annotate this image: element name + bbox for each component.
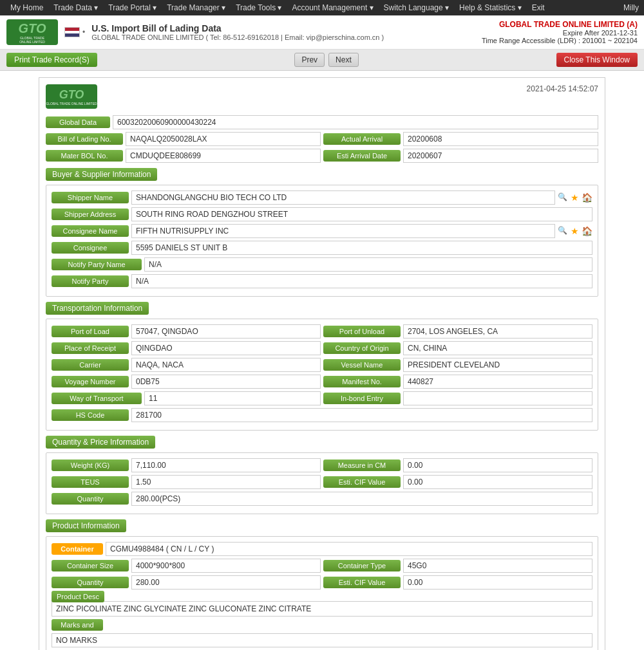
hs-code-value: 281700 (131, 408, 592, 422)
port-of-unload-value: 2704, LOS ANGELES, CA (403, 324, 592, 339)
port-row: Port of Load 57047, QINGDAO Port of Unlo… (52, 324, 592, 339)
quantity-label: Quantity (52, 493, 129, 505)
port-of-load-label: Port of Load (52, 326, 129, 337)
product-esti-cif-label: Esti. CIF Value (323, 577, 401, 588)
main-content: GTO GLOBAL TRADE ONLINE LIMITED 2021-04-… (0, 71, 644, 650)
place-of-receipt-label: Place of Receipt (52, 342, 129, 354)
consignee-name-value: FIFTH NUTRISUPPLY INC (131, 224, 555, 238)
us-flag (64, 27, 80, 37)
voyage-manifest-row: Voyage Number 0DB75 Manifest No. 440827 (52, 375, 592, 389)
way-transport-area: Way of Transport 11 (52, 391, 321, 405)
transport-box: Port of Load 57047, QINGDAO Port of Unlo… (46, 319, 598, 431)
manifest-no-label: Manifest No. (323, 376, 401, 387)
country-of-origin-label: Country of Origin (323, 342, 401, 354)
buyer-supplier-header: Buyer & Supplier Information (46, 168, 598, 181)
transport-title: Transportation Information (46, 302, 149, 315)
consignee-name-row: Consignee Name FIFTH NUTRISUPPLY INC 🔍 ★… (52, 224, 592, 238)
nav-tradeportal[interactable]: Trade Portal ▾ (103, 0, 162, 15)
notify-party-name-row: Notify Party Name N/A (52, 257, 592, 272)
container-size-value: 4000*900*800 (131, 559, 321, 573)
container-value: CGMU4988484 ( CN / L / CY ) (106, 542, 592, 556)
country-of-origin-value: CN, CHINA (403, 341, 592, 355)
quantity-price-title: Quantity & Price Information (46, 436, 155, 449)
dot-separator: • (82, 28, 85, 37)
voyage-number-value: 0DB75 (131, 375, 321, 389)
print-button[interactable]: Print Trade Record(S) (6, 53, 97, 67)
manifest-area: Manifest No. 440827 (323, 375, 592, 389)
product-esti-cif-area: Esti. CIF Value 0.00 (323, 575, 592, 590)
esti-arrival-value: 20200607 (403, 149, 598, 163)
consignee-row: Consignee 5595 DANIELS ST UNIT B (52, 241, 592, 255)
nav-tradedata[interactable]: Trade Data ▾ (48, 0, 103, 15)
port-of-unload-label: Port of Unload (323, 326, 401, 337)
toolbar-left: Print Trade Record(S) (6, 53, 97, 67)
bol-left: Bill of Lading No. NAQALQ2050028LAX (46, 132, 321, 146)
shipper-star-icon[interactable]: ★ (571, 192, 579, 203)
close-window-button[interactable]: Close This Window (556, 53, 638, 67)
nav-tradetools[interactable]: Trade Tools ▾ (231, 0, 287, 15)
carrier-label: Carrier (52, 359, 129, 371)
container-type-area: Container Type 45G0 (323, 559, 592, 573)
container-size-area: Container Size 4000*900*800 (52, 559, 321, 573)
notify-party-row: Notify Party N/A (52, 274, 592, 288)
measure-in-cm-label: Measure in CM (323, 460, 401, 471)
consignee-star-icon[interactable]: ★ (571, 226, 579, 236)
nav-exit[interactable]: Exit (527, 0, 550, 15)
nav-helpstatistics[interactable]: Help & Statistics ▾ (454, 0, 527, 15)
quantity-price-header: Quantity & Price Information (46, 436, 598, 449)
shipper-address-row: Shipper Address SOUTH RING ROAD DENGZHOU… (52, 207, 592, 221)
port-unload-area: Port of Unload 2704, LOS ANGELES, CA (323, 324, 592, 339)
nav-items: My Home Trade Data ▾ Trade Portal ▾ Trad… (5, 0, 550, 15)
product-quantity-value: 280.00 (131, 575, 321, 590)
transport-header: Transportation Information (46, 302, 598, 315)
flag-area: • (64, 27, 85, 37)
shipper-home-icon[interactable]: 🏠 (582, 192, 592, 203)
buyer-supplier-title: Buyer & Supplier Information (46, 168, 157, 181)
consignee-search-icon[interactable]: 🔍 (558, 226, 568, 236)
port-of-load-value: 57047, QINGDAO (131, 324, 321, 339)
record-logo-text: GTO (59, 88, 84, 102)
inbond-area: In-bond Entry (323, 391, 592, 405)
mater-bol-row: Mater BOL No. CMDUQDEE808699 Esti Arriva… (46, 149, 598, 163)
quantity-price-box: Weight (KG) 7,110.00 Measure in CM 0.00 … (46, 452, 598, 514)
product-esti-cif-value: 0.00 (403, 575, 592, 590)
shipper-search-icon[interactable]: 🔍 (558, 192, 568, 203)
global-data-value: 60032020060900000430224 (113, 115, 598, 129)
product-qty-area: Quantity 280.00 (52, 575, 321, 590)
global-data-row: Global Data 60032020060900000430224 (46, 115, 598, 129)
transport-inbond-row: Way of Transport 11 In-bond Entry (52, 391, 592, 405)
notify-party-value: N/A (131, 274, 592, 288)
notify-party-name-label: Notify Party Name (52, 259, 142, 270)
consignee-home-icon[interactable]: 🏠 (582, 226, 592, 236)
measure-in-cm-value: 0.00 (403, 458, 592, 472)
next-button[interactable]: Next (328, 53, 359, 67)
teus-label: TEUS (52, 476, 129, 488)
notify-party-label: Notify Party (52, 275, 129, 287)
product-desc-label: Product Desc (52, 591, 104, 602)
in-bond-entry-value (403, 391, 592, 405)
mater-bol-value: CMDUQDEE808699 (126, 149, 321, 163)
container-size-label: Container Size (52, 560, 129, 571)
manifest-no-value: 440827 (403, 375, 592, 389)
way-of-transport-value: 11 (144, 391, 321, 405)
shipper-name-label: Shipper Name (52, 192, 129, 203)
bol-right: Actual Arrival 20200608 (323, 132, 598, 146)
product-desc-value: ZINC PICOLINATE ZINC GLYCINATE ZINC GLUC… (52, 601, 592, 617)
page-title: U.S. Import Bill of Lading Data (91, 23, 482, 33)
hs-code-row: HS Code 281700 (52, 408, 592, 422)
header-company: GLOBAL TRADE ONLINE LIMITED (A) (482, 20, 638, 29)
toolbar-right: Close This Window (556, 53, 638, 67)
logo-text: GTO (19, 21, 46, 36)
nav-trademanager[interactable]: Trade Manager ▾ (162, 0, 231, 15)
product-desc-row: Product Desc ZINC PICOLINATE ZINC GLYCIN… (52, 592, 592, 617)
esti-cif-area: Esti. CIF Value 0.00 (323, 475, 592, 489)
product-info-title: Product Information (46, 519, 126, 532)
nav-accountmanagement[interactable]: Account Management ▾ (287, 0, 379, 15)
container-badge: Container (52, 543, 103, 555)
marks-value: NO MARKS (52, 633, 592, 647)
place-of-receipt-value: QINGDAO (131, 341, 321, 355)
nav-myhome[interactable]: My Home (5, 0, 48, 15)
prev-button[interactable]: Prev (294, 53, 325, 67)
header-right: GLOBAL TRADE ONLINE LIMITED (A) Expire A… (482, 20, 638, 44)
nav-switchlanguage[interactable]: Switch Language ▾ (379, 0, 454, 15)
